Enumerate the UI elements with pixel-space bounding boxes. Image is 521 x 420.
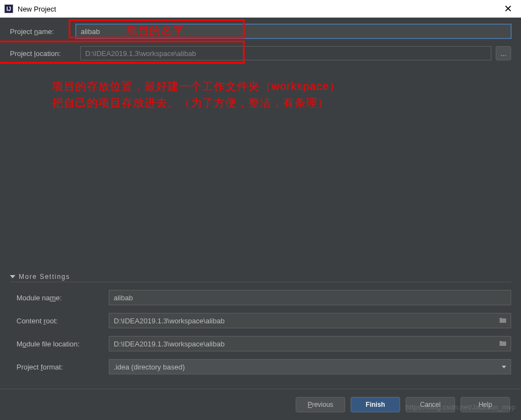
module-name-row: Module name: <box>16 290 511 305</box>
footer: Previous Finish Cancel Help <box>0 389 521 420</box>
close-icon[interactable]: ✕ <box>500 3 517 15</box>
more-settings-label: More Settings <box>19 273 70 281</box>
module-file-location-row: Module file location: <box>16 336 511 351</box>
content-root-row: Content root: <box>16 313 511 328</box>
help-button[interactable]: Help <box>461 397 510 412</box>
project-format-label: Project format: <box>16 363 109 371</box>
project-format-value: .idea (directory based) <box>114 363 185 371</box>
content-root-input-wrap <box>109 313 511 328</box>
project-name-row: Project name: <box>10 23 511 40</box>
content-root-label: Content root: <box>16 317 109 325</box>
module-name-input[interactable] <box>109 290 511 305</box>
content-area: Project name: Project location: ... 项目的名… <box>0 18 521 389</box>
more-settings-section: More Settings Module name: Content root: <box>10 273 511 382</box>
project-location-row: Project location: ... <box>10 45 511 61</box>
module-file-location-label: Module file location: <box>16 340 109 348</box>
cancel-button[interactable]: Cancel <box>406 397 455 412</box>
module-name-label: Module name: <box>16 294 109 302</box>
previous-button[interactable]: Previous <box>296 397 345 412</box>
content-root-input[interactable] <box>109 313 511 328</box>
browse-location-button[interactable]: ... <box>496 46 511 60</box>
new-project-window: IJ New Project ✕ Project name: Project l… <box>0 0 521 420</box>
project-location-label: Project location: <box>10 49 80 58</box>
chevron-down-icon <box>502 366 506 368</box>
folder-icon[interactable] <box>499 316 507 325</box>
titlebar: IJ New Project ✕ <box>0 0 521 18</box>
project-name-label: Project name: <box>10 27 76 36</box>
more-settings-toggle[interactable]: More Settings <box>10 273 511 282</box>
project-location-input[interactable] <box>80 46 491 60</box>
app-icon: IJ <box>4 4 13 13</box>
folder-icon[interactable] <box>499 339 507 348</box>
module-name-input-wrap <box>109 290 511 305</box>
titlebar-left: IJ New Project <box>4 4 56 13</box>
window-title: New Project <box>18 5 56 13</box>
module-file-location-input[interactable] <box>109 336 511 351</box>
module-file-location-input-wrap <box>109 336 511 351</box>
project-format-select[interactable]: .idea (directory based) <box>109 359 511 374</box>
annotation-location-text-1: 项目的存放位置，最好建一个工作文件夹（workspace） <box>52 79 341 94</box>
project-format-row: Project format: .idea (directory based) <box>16 359 511 374</box>
annotation-location-text-2: 把自己的项目存放进去。（为了方便，整洁，有条理） <box>52 96 329 110</box>
chevron-down-icon <box>10 275 15 278</box>
finish-button[interactable]: Finish <box>351 397 400 412</box>
annotation-name-text: 项目的名字 <box>126 23 184 38</box>
